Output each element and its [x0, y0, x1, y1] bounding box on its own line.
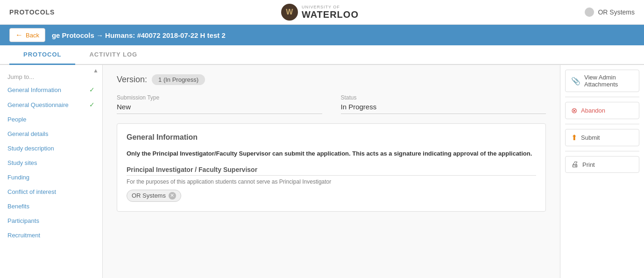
abandon-label: Abandon [581, 107, 605, 114]
divider-1 [565, 97, 639, 97]
check-icon: ✓ [89, 86, 95, 93]
status-value: In Progress [341, 103, 546, 114]
tab-protocol[interactable]: PROTOCOL [9, 45, 75, 65]
form-fields-row: Submission Type New Status In Progress [117, 94, 546, 114]
print-button[interactable]: 🖨 Print [565, 156, 639, 173]
university-subtitle: UNIVERSITY OF [302, 5, 359, 9]
sidebar-item-general-information[interactable]: General Information ✓ [0, 82, 102, 97]
sidebar-item-study-sites[interactable]: Study sites [0, 156, 102, 170]
top-nav: PROTOCOLS W UNIVERSITY OF WATERLOO OR Sy… [0, 0, 644, 25]
scroll-up-icon: ▲ [93, 67, 99, 74]
breadcrumb-bar: ← Back ge Protocols → Humans: #40072 201… [0, 25, 644, 45]
back-label: Back [26, 32, 39, 39]
status-field: Status In Progress [341, 94, 546, 114]
sidebar-item-study-description[interactable]: Study description [0, 141, 102, 156]
sidebar-item-label: Benefits [7, 203, 29, 210]
pi-tag: OR Systems ✕ [127, 190, 181, 202]
divider-3 [565, 151, 639, 151]
sidebar-item-label: General details [7, 130, 48, 137]
user-name: OR Systems [598, 8, 635, 16]
sidebar-item-people[interactable]: People [0, 112, 102, 127]
info-box-title: General Information [127, 133, 536, 142]
breadcrumb-path: ge Protocols → Humans: #40072 2018-07-22… [52, 31, 226, 39]
submission-type-field: Submission Type New [117, 94, 322, 114]
sidebar-item-conflict-of-interest[interactable]: Conflict of interest [0, 185, 102, 199]
submit-label: Submit [581, 134, 600, 141]
print-label: Print [582, 161, 595, 168]
sidebar-item-label: Study description [7, 145, 54, 152]
abandon-icon: ⊗ [571, 106, 577, 115]
print-icon: 🖨 [571, 160, 579, 169]
app-title: PROTOCOLS [9, 8, 55, 16]
abandon-button[interactable]: ⊗ Abandon [565, 102, 639, 119]
tab-activity-log[interactable]: ACTIVITY LOG [75, 45, 151, 65]
university-name: UNIVERSITY OF WATERLOO [302, 5, 359, 20]
sidebar-item-participants[interactable]: Participants [0, 214, 102, 228]
jump-to-label: Jump to... [0, 70, 102, 82]
pi-sub-label: For the purposes of this application stu… [127, 178, 536, 185]
user-info: OR Systems [585, 7, 635, 17]
pi-tag-remove-button[interactable]: ✕ [169, 192, 176, 200]
back-arrow-icon: ← [15, 31, 23, 39]
version-badge: 1 (In Progress) [152, 74, 205, 85]
submit-button[interactable]: ⬆ Submit [565, 129, 639, 146]
sidebar-item-general-details[interactable]: General details [0, 127, 102, 141]
sidebar-item-general-questionnaire[interactable]: General Questionnaire ✓ [0, 97, 102, 112]
tab-bar: PROTOCOL ACTIVITY LOG [0, 45, 644, 65]
attachment-icon: 📎 [571, 77, 580, 86]
university-title: WATERLOO [302, 9, 359, 20]
sidebar-item-label: Conflict of interest [7, 188, 56, 195]
sidebar-item-label: General Questionnaire [7, 101, 69, 108]
info-notice: Only the Principal Investigator/Faculty … [127, 149, 536, 158]
divider-2 [565, 124, 639, 124]
submit-icon: ⬆ [571, 133, 577, 142]
back-button[interactable]: ← Back [9, 28, 45, 42]
crest-icon: W [281, 4, 298, 21]
submission-type-label: Submission Type [117, 94, 322, 101]
submission-type-value: New [117, 103, 322, 114]
sidebar-item-label: Funding [7, 174, 29, 181]
university-logo: W UNIVERSITY OF WATERLOO [281, 4, 359, 21]
sidebar-item-label: People [7, 116, 26, 123]
sidebar-item-label: General Information [7, 86, 61, 93]
attachments-label: View Admin Attachments [584, 74, 633, 88]
version-row: Version: 1 (In Progress) [117, 74, 546, 85]
sidebar-item-recruitment[interactable]: Recruitment [0, 228, 102, 242]
status-label: Status [341, 94, 546, 101]
sidebar-item-label: Recruitment [7, 232, 40, 239]
version-label: Version: [117, 75, 147, 85]
sidebar-item-funding[interactable]: Funding [0, 170, 102, 185]
sidebar-item-label: Participants [7, 217, 39, 224]
right-panel: 📎 View Admin Attachments ⊗ Abandon ⬆ Sub… [560, 65, 644, 278]
sidebar-item-label: Study sites [7, 159, 37, 166]
user-avatar [585, 7, 594, 17]
general-information-box: General Information Only the Principal I… [117, 123, 546, 212]
content-area: Version: 1 (In Progress) Submission Type… [103, 65, 560, 278]
check-icon: ✓ [89, 101, 95, 108]
pi-label: Principal Investigator / Faculty Supervi… [127, 166, 536, 176]
sidebar-item-benefits[interactable]: Benefits [0, 199, 102, 214]
sidebar: ▲ Jump to... General Information ✓ Gener… [0, 65, 103, 278]
view-admin-attachments-button[interactable]: 📎 View Admin Attachments [565, 70, 639, 92]
main-content: ▲ Jump to... General Information ✓ Gener… [0, 65, 644, 278]
pi-tag-text: OR Systems [132, 192, 166, 199]
